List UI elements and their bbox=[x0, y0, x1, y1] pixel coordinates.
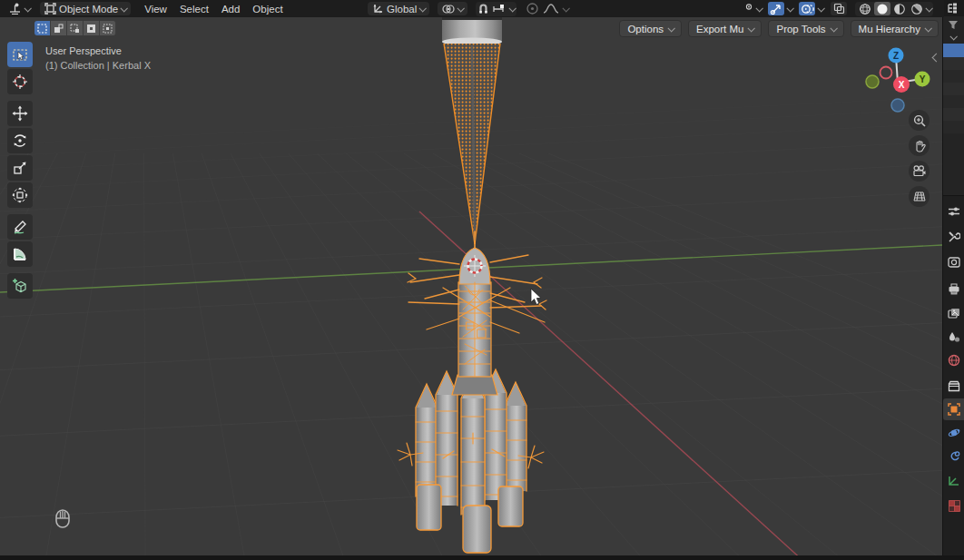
chevron-down-icon bbox=[817, 5, 824, 12]
pivot-point-select[interactable] bbox=[438, 2, 467, 15]
outliner-row[interactable] bbox=[943, 108, 964, 121]
gizmo-axis-x[interactable]: X bbox=[893, 76, 910, 93]
editor-type-button[interactable] bbox=[4, 2, 34, 15]
pan-view-button[interactable] bbox=[909, 135, 930, 156]
gizmo-axis-neg-y[interactable] bbox=[866, 75, 879, 88]
tool-select-box[interactable] bbox=[7, 42, 33, 67]
tab-physics[interactable] bbox=[943, 422, 964, 444]
transform-orientation-select[interactable]: Global bbox=[368, 2, 429, 15]
snap-magnet-icon[interactable] bbox=[477, 3, 489, 15]
show-overlays-toggle[interactable] bbox=[799, 2, 815, 15]
tool-move[interactable] bbox=[7, 101, 33, 126]
prop-tools-button[interactable]: Prop Tools bbox=[768, 20, 843, 37]
viewport-canvas[interactable]: User Perspective (1) Collection | Kerbal… bbox=[0, 17, 942, 555]
chevron-left-icon bbox=[931, 53, 940, 62]
select-mode-subtract[interactable] bbox=[67, 21, 84, 35]
chevron-down-icon bbox=[786, 5, 793, 12]
menu-add[interactable]: Add bbox=[215, 4, 246, 15]
menu-select[interactable]: Select bbox=[173, 4, 215, 15]
outliner-row[interactable] bbox=[943, 121, 964, 133]
gizmo-axis-z[interactable]: Z bbox=[889, 48, 904, 64]
navigation-gizmo[interactable]: Z Y X bbox=[862, 44, 935, 117]
menu-object[interactable]: Object bbox=[246, 4, 289, 15]
blender-window: User Perspective (1) Collection | Kerbal… bbox=[0, 0, 964, 560]
status-bar-edge bbox=[0, 555, 964, 560]
object-mode-icon bbox=[44, 3, 56, 15]
object-types-visibility-button[interactable] bbox=[737, 2, 753, 15]
tab-object[interactable] bbox=[943, 398, 964, 420]
svg-text:Y: Y bbox=[920, 74, 926, 84]
zoom-button[interactable] bbox=[909, 110, 930, 131]
pivot-point-icon bbox=[442, 4, 455, 15]
tool-scale[interactable] bbox=[7, 155, 33, 181]
chevron-down-icon bbox=[563, 5, 570, 12]
mu-hierarchy-button[interactable]: Mu Hierarchy bbox=[851, 20, 939, 37]
select-mode-set[interactable] bbox=[34, 21, 51, 35]
select-mode-extend[interactable] bbox=[51, 21, 67, 35]
outliner-filter-button[interactable] bbox=[943, 20, 964, 33]
outliner-row[interactable] bbox=[943, 57, 964, 70]
rendered-sphere-icon bbox=[910, 3, 923, 15]
options-button[interactable]: Options bbox=[619, 20, 682, 37]
rotate-icon bbox=[12, 133, 28, 149]
shading-solid-button[interactable] bbox=[874, 2, 890, 15]
mouse-pointer bbox=[530, 289, 545, 307]
camera-view-button[interactable] bbox=[909, 161, 930, 182]
svg-text:X: X bbox=[899, 80, 905, 90]
tab-view-layer[interactable] bbox=[943, 302, 964, 324]
gizmo-axis-y[interactable]: Y bbox=[915, 72, 930, 87]
rocket-model[interactable] bbox=[398, 231, 546, 553]
shading-wireframe-button[interactable] bbox=[857, 2, 873, 15]
mode-select[interactable]: Object Mode bbox=[40, 2, 131, 15]
outliner-row[interactable] bbox=[943, 95, 964, 108]
tool-annotate[interactable] bbox=[7, 214, 33, 240]
gizmo-axis-neg-x[interactable] bbox=[880, 67, 892, 79]
proportional-editing-icon[interactable] bbox=[526, 2, 539, 15]
toggle-orthographic-button[interactable] bbox=[909, 186, 930, 207]
tab-world[interactable] bbox=[943, 349, 964, 371]
tab-render[interactable] bbox=[943, 251, 964, 273]
orientation-axes-icon bbox=[372, 4, 384, 15]
shading-rendered-button[interactable] bbox=[909, 2, 925, 15]
sidebar-toggle[interactable] bbox=[931, 50, 940, 64]
tool-transform[interactable] bbox=[7, 182, 33, 208]
tab-object-data[interactable] bbox=[943, 469, 964, 491]
tool-measure[interactable] bbox=[7, 241, 33, 267]
outliner-row[interactable] bbox=[943, 70, 964, 83]
tab-tool[interactable] bbox=[943, 226, 964, 248]
chevron-down-icon bbox=[121, 5, 128, 12]
add-cube-icon bbox=[12, 278, 28, 294]
magnifier-plus-icon bbox=[913, 114, 926, 127]
gizmo-axis-neg-z[interactable] bbox=[891, 99, 904, 112]
select-mode-intersect[interactable] bbox=[100, 21, 116, 35]
select-mode-group bbox=[34, 21, 116, 35]
show-gizmo-toggle[interactable] bbox=[768, 2, 784, 15]
snap-target-icon[interactable] bbox=[492, 4, 507, 15]
select-mode-invert[interactable] bbox=[84, 21, 100, 35]
viewport-header: Object Mode View Select Add Object Globa… bbox=[0, 0, 944, 17]
tab-texture[interactable] bbox=[943, 495, 964, 516]
tool-add-cube[interactable] bbox=[7, 273, 33, 299]
3d-viewport-icon bbox=[8, 3, 22, 15]
tab-output[interactable] bbox=[943, 278, 964, 300]
tab-constraints[interactable] bbox=[943, 446, 964, 467]
outliner-row[interactable] bbox=[943, 83, 964, 95]
properties-editor-type-icon[interactable] bbox=[943, 201, 964, 222]
toggle-xray-button[interactable] bbox=[831, 2, 847, 15]
mu-hierarchy-label: Mu Hierarchy bbox=[859, 24, 920, 34]
options-label: Options bbox=[627, 24, 664, 34]
menu-view[interactable]: View bbox=[138, 4, 173, 15]
falloff-curve-icon[interactable] bbox=[543, 3, 559, 15]
solid-sphere-icon bbox=[876, 3, 889, 15]
tab-scene[interactable] bbox=[943, 326, 964, 348]
right-editor-strip bbox=[942, 0, 964, 560]
export-mu-button[interactable]: Export Mu bbox=[688, 20, 762, 37]
tab-collection[interactable] bbox=[943, 375, 964, 397]
tool-rotate[interactable] bbox=[7, 128, 33, 153]
cursor-3d-icon bbox=[12, 74, 28, 90]
measure-icon bbox=[12, 246, 28, 262]
outliner-selected-row[interactable] bbox=[943, 44, 964, 57]
tool-cursor-3d[interactable] bbox=[7, 69, 33, 94]
shading-material-button[interactable] bbox=[891, 2, 908, 15]
prop-tools-label: Prop Tools bbox=[776, 24, 825, 34]
